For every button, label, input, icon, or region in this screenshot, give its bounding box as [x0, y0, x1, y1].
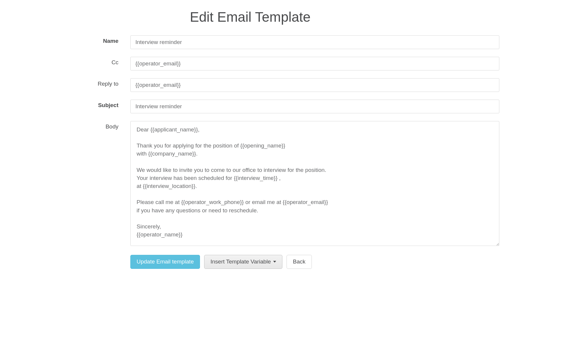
- reply-to-input[interactable]: [130, 78, 499, 92]
- caret-down-icon: [273, 261, 276, 263]
- name-label: Name: [89, 35, 118, 44]
- insert-template-variable-button[interactable]: Insert Template Variable: [204, 255, 282, 269]
- reply-to-label: Reply to: [89, 78, 118, 87]
- update-email-template-button[interactable]: Update Email template: [130, 255, 200, 269]
- page-title: Edit Email Template: [190, 9, 499, 25]
- body-label: Body: [89, 121, 118, 130]
- name-input[interactable]: [130, 35, 499, 49]
- back-button[interactable]: Back: [287, 255, 312, 269]
- subject-label: Subject: [89, 100, 118, 109]
- cc-label: Cc: [89, 57, 118, 66]
- insert-template-variable-label: Insert Template Variable: [210, 258, 271, 266]
- body-textarea[interactable]: [130, 121, 499, 246]
- cc-input[interactable]: [130, 57, 499, 70]
- subject-input[interactable]: [130, 100, 499, 113]
